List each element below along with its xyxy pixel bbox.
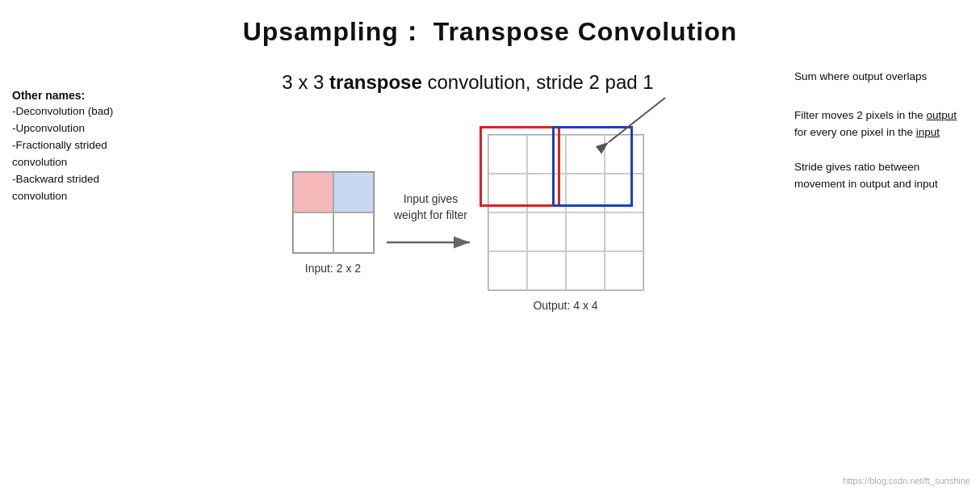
input-cell-bottom-right — [333, 212, 374, 253]
out-1-1 — [527, 174, 566, 212]
right-panel: Sum where output overlaps Filter moves 2… — [786, 65, 980, 492]
out-2-1 — [527, 212, 566, 251]
svg-line-3 — [609, 98, 665, 142]
content-area: Other names: -Deconvolution (bad) -Upcon… — [0, 65, 980, 492]
filter-moves-text: Filter moves 2 pixels in the output for … — [794, 107, 968, 141]
sum-overlaps-text: Sum where output overlaps — [794, 69, 968, 85]
output-underline: output — [927, 109, 957, 121]
input-underline: input — [916, 126, 940, 138]
out-3-3 — [605, 251, 643, 290]
stride-ratio-text: Stride gives ratio between movement in o… — [794, 159, 968, 193]
center-area: 3 x 3 transpose convolution, stride 2 pa… — [149, 65, 786, 492]
name-upconvolution: -Upconvolution — [12, 120, 141, 137]
input-cell-top-left — [293, 172, 333, 212]
name-deconvolution: -Deconvolution (bad) — [12, 103, 141, 120]
input-cell-bottom-left — [293, 212, 333, 253]
other-names-label: Other names: — [12, 89, 141, 102]
arrow-icon — [383, 230, 480, 254]
page-title: Upsampling： Transpose Convolution — [0, 0, 980, 50]
left-panel: Other names: -Deconvolution (bad) -Upcon… — [0, 65, 149, 492]
out-3-0 — [488, 251, 527, 290]
input-cell-top-right — [333, 172, 374, 212]
arrow-label: Input gives weight for filter — [387, 191, 475, 223]
out-2-2 — [566, 212, 605, 251]
out-2-3 — [605, 212, 643, 251]
diagram-row: Input: 2 x 2 Input gives weight for filt… — [292, 134, 644, 312]
out-3-1 — [527, 251, 566, 290]
overlap-arrow-icon — [584, 90, 681, 154]
name-fractionally: -Fractionally strided convolution — [12, 137, 141, 171]
out-1-2 — [566, 174, 605, 212]
arrow-container: Input gives weight for filter — [383, 191, 480, 254]
out-0-0 — [488, 135, 527, 174]
output-label: Output: 4 x 4 — [488, 299, 644, 312]
name-backward: -Backward strided convolution — [12, 171, 141, 205]
out-3-2 — [566, 251, 605, 290]
output-grid — [488, 134, 644, 291]
out-1-0 — [488, 174, 527, 212]
out-1-3 — [605, 174, 643, 212]
watermark: https://blog.csdn.net/ft_sunshine — [843, 476, 970, 486]
input-grid — [292, 171, 375, 254]
output-wrapper: Output: 4 x 4 — [488, 134, 644, 312]
out-2-0 — [488, 212, 527, 251]
input-grid-container: Input: 2 x 2 — [292, 171, 375, 275]
other-names-list: -Deconvolution (bad) -Upconvolution -Fra… — [12, 103, 141, 205]
input-label: Input: 2 x 2 — [305, 262, 361, 275]
out-0-1 — [527, 135, 566, 174]
